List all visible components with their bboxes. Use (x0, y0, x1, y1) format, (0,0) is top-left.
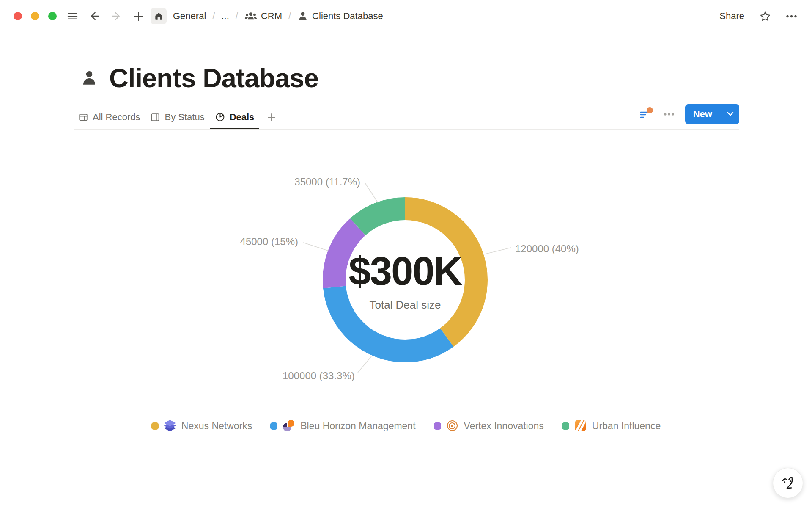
chart-legend: Nexus Networks Bleu Horizon Management V… (0, 420, 812, 432)
nav-controls (64, 8, 146, 24)
page-header: Clients Database (80, 63, 318, 93)
ellipsis-icon (663, 108, 675, 120)
table-icon (78, 112, 88, 122)
close-window-button[interactable] (14, 12, 22, 20)
breadcrumb-label: General (173, 11, 206, 22)
legend-item-bleu-horizon[interactable]: Bleu Horizon Management (270, 420, 415, 432)
ellipsis-icon (785, 10, 798, 22)
plus-icon (133, 11, 144, 22)
notion-window: General / ... / CRM / Clients Database (0, 0, 812, 508)
legend-label: Urban Influence (592, 420, 661, 432)
new-tab-button[interactable] (130, 8, 146, 24)
legend-swatch (562, 422, 569, 430)
new-record-button[interactable]: New (685, 104, 739, 124)
breadcrumb-label: CRM (261, 11, 282, 22)
hamburger-icon (67, 11, 78, 22)
tab-all-records[interactable]: All Records (73, 105, 145, 130)
tab-label: Deals (230, 112, 255, 123)
nexus-networks-logo-icon (164, 420, 176, 432)
favorite-button[interactable] (757, 8, 773, 24)
add-view-button[interactable] (263, 109, 280, 125)
pie-chart-icon (215, 112, 225, 122)
breadcrumb-item-clients-database[interactable]: Clients Database (295, 9, 385, 23)
slice-label-bleu-horizon: 100000 (33.3%) (283, 370, 355, 382)
view-controls: New (637, 102, 739, 127)
tab-deals[interactable]: Deals (210, 105, 260, 130)
breadcrumb-item-general[interactable]: General (171, 9, 208, 23)
urban-influence-logo-icon (575, 420, 587, 432)
filter-active-badge (647, 107, 653, 113)
legend-swatch (434, 422, 441, 430)
sidebar-toggle-button[interactable] (64, 8, 80, 24)
notion-ai-button[interactable] (773, 468, 803, 498)
breadcrumb: General / ... / CRM / Clients Database (151, 8, 385, 24)
ai-face-icon (779, 474, 797, 492)
chevron-down-icon[interactable] (721, 112, 739, 116)
view-more-options-button[interactable] (661, 106, 677, 122)
legend-swatch (270, 422, 277, 430)
page-person-icon[interactable] (80, 69, 98, 87)
vertex-innovations-logo-icon (447, 420, 458, 432)
arrow-right-icon (110, 10, 122, 22)
legend-item-vertex-innovations[interactable]: Vertex Innovations (434, 420, 544, 432)
breadcrumb-separator: / (212, 11, 215, 22)
home-icon (154, 11, 164, 22)
plus-icon (266, 112, 277, 123)
breadcrumb-ellipsis[interactable]: ... (219, 9, 231, 23)
breadcrumb-separator: / (288, 11, 291, 22)
filter-sort-button[interactable] (637, 106, 653, 122)
home-breadcrumb-button[interactable] (151, 8, 167, 24)
topbar: General / ... / CRM / Clients Database (0, 0, 812, 32)
legend-label: Vertex Innovations (464, 420, 544, 432)
forward-button[interactable] (108, 8, 124, 24)
star-icon (759, 10, 771, 22)
new-button-label: New (685, 109, 721, 120)
person-icon (297, 11, 308, 22)
minimize-window-button[interactable] (31, 12, 39, 20)
topbar-actions: Share (717, 8, 799, 24)
legend-label: Bleu Horizon Management (300, 420, 415, 432)
fullscreen-window-button[interactable] (48, 12, 57, 20)
more-options-button[interactable] (783, 8, 799, 24)
donut-chart[interactable] (321, 195, 490, 364)
bleu-horizon-logo-icon (283, 420, 295, 432)
legend-item-urban-influence[interactable]: Urban Influence (562, 420, 661, 432)
page-title: Clients Database (109, 63, 318, 93)
legend-item-nexus-networks[interactable]: Nexus Networks (151, 420, 252, 432)
window-controls (14, 12, 57, 20)
arrow-left-icon (88, 10, 100, 22)
breadcrumb-label: Clients Database (312, 11, 383, 22)
tabbar-divider (74, 129, 739, 130)
breadcrumb-separator: / (236, 11, 238, 22)
share-button[interactable]: Share (717, 9, 747, 23)
legend-swatch (151, 422, 159, 430)
legend-label: Nexus Networks (181, 420, 252, 432)
board-icon (150, 112, 160, 122)
breadcrumb-label: ... (221, 11, 229, 22)
back-button[interactable] (86, 8, 102, 24)
tab-label: By Status (165, 112, 204, 123)
slice-label-urban-influence: 35000 (11.7%) (262, 176, 360, 188)
people-icon (244, 11, 257, 22)
slice-label-vertex-innovations: 45000 (15%) (200, 236, 298, 248)
tab-label: All Records (93, 112, 140, 123)
breadcrumb-item-crm[interactable]: CRM (242, 9, 284, 23)
view-tabs: All Records By Status Deals (73, 105, 280, 130)
tab-by-status[interactable]: By Status (145, 105, 209, 130)
slice-label-nexus-networks: 120000 (40%) (515, 243, 579, 255)
